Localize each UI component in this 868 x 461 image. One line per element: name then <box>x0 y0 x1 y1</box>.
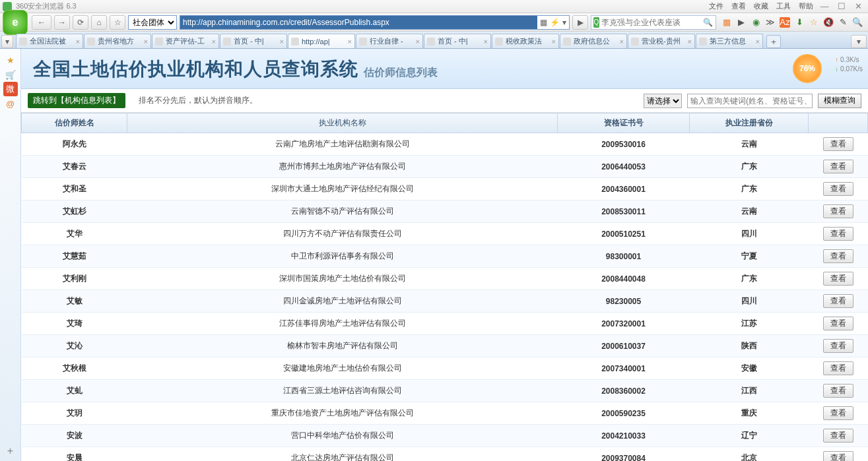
tab-favicon-icon <box>495 38 503 46</box>
url-input[interactable] <box>180 16 537 29</box>
tab-favicon-icon <box>427 38 435 46</box>
tab-label: 全国法院被 <box>30 36 74 46</box>
tab-3[interactable]: 首页 - 中| × <box>220 34 287 48</box>
close-button[interactable]: ✕ <box>851 1 865 11</box>
titlebar: 360安全浏览器 6.3 文件查看收藏工具帮助 — ☐ ✕ <box>0 0 868 13</box>
search-engine-icon[interactable]: Q <box>593 17 599 28</box>
dropdown-icon[interactable]: ▾ <box>562 18 566 27</box>
mute-icon[interactable]: 🔇 <box>823 17 834 28</box>
url-box: ▦ ⚡ ▾ <box>180 15 570 30</box>
tab-close-icon[interactable]: × <box>144 38 148 46</box>
forward-button[interactable]: → <box>54 15 70 30</box>
menu-item-4[interactable]: 帮助 <box>799 2 813 10</box>
tab-8[interactable]: 政府信息公 × <box>560 34 627 48</box>
tab-close-icon[interactable]: × <box>76 38 80 46</box>
category-select[interactable]: 社会团体 <box>128 15 177 30</box>
tab-favicon-icon <box>359 38 367 46</box>
tab-close-icon[interactable]: × <box>688 38 692 46</box>
qr-icon[interactable]: ▦ <box>540 18 547 27</box>
tab-9[interactable]: 营业税-贵州 × <box>628 34 695 48</box>
tab-favicon-icon <box>631 38 639 46</box>
tab-close-icon[interactable]: × <box>212 38 216 46</box>
zoom-icon[interactable]: 🔍 <box>852 17 863 28</box>
search-input[interactable] <box>601 18 700 27</box>
menu-item-3[interactable]: 工具 <box>776 2 791 10</box>
tab-5[interactable]: 行业自律 - × <box>356 34 423 48</box>
tab-label: 首页 - 中| <box>438 36 482 46</box>
tab-label: 税收政策法 <box>506 36 550 46</box>
tab-close-icon[interactable]: × <box>756 38 760 46</box>
play-icon[interactable]: ▶ <box>736 17 747 28</box>
tab-1[interactable]: 贵州省地方 × <box>84 34 151 48</box>
az-icon[interactable]: Aᴢ <box>780 17 790 28</box>
menu-item-0[interactable]: 文件 <box>709 2 723 10</box>
menu-bar: 文件查看收藏工具帮助 <box>705 1 817 11</box>
tab-favicon-icon <box>155 38 163 46</box>
tab-label: 首页 - 中| <box>234 36 278 46</box>
tab-close-icon[interactable]: × <box>416 38 420 46</box>
tab-close-icon[interactable]: × <box>552 38 556 46</box>
tab-favicon-icon <box>291 38 299 46</box>
grid-icon[interactable]: ▦ <box>721 17 732 28</box>
tab-label: 行业自律 - <box>370 36 414 46</box>
tab-list-button[interactable]: ▾ <box>851 35 867 48</box>
navbar: e ← → ⟳ ⌂ ☆ 社会团体 ▦ ⚡ ▾ ▶ Q 🔍 ▦▶◉≫Aᴢ⬇☆🔇✎🔍 <box>0 13 868 32</box>
url-tools: ▦ ⚡ ▾ <box>537 18 569 27</box>
tab-label: 营业税-贵州 <box>642 36 686 46</box>
tab-4[interactable]: http://ap| × <box>288 34 355 48</box>
tab-label: http://ap| <box>302 38 346 46</box>
tab-10[interactable]: 第三方信息 × <box>696 34 763 48</box>
tab-menu-button[interactable]: ▾ <box>1 35 13 48</box>
home-button[interactable]: ⌂ <box>91 15 107 30</box>
tab-strip: ▾ 全国法院被 × 贵州省地方 × 资产评估-工 × 首页 - 中| × htt… <box>0 32 868 49</box>
tab-label: 贵州省地方 <box>98 36 142 46</box>
tab-2[interactable]: 资产评估-工 × <box>152 34 219 48</box>
tab-6[interactable]: 首页 - 中| × <box>424 34 491 48</box>
toolbar-icons: ▦▶◉≫Aᴢ⬇☆🔇✎🔍 <box>719 17 865 28</box>
search-box: Q 🔍 <box>591 15 716 30</box>
chevron-icon[interactable]: ≫ <box>765 17 776 28</box>
minimize-button[interactable]: — <box>817 1 832 11</box>
tab-close-icon[interactable]: × <box>620 38 624 46</box>
tab-close-icon[interactable]: × <box>348 38 352 46</box>
tab-close-icon[interactable]: × <box>280 38 284 46</box>
maximize-button[interactable]: ☐ <box>834 1 849 11</box>
download-icon[interactable]: ⬇ <box>794 17 805 28</box>
tab-favicon-icon <box>223 38 231 46</box>
reload-button[interactable]: ⟳ <box>73 15 88 30</box>
star-icon[interactable]: ☆ <box>809 17 819 28</box>
tab-0[interactable]: 全国法院被 × <box>16 34 83 48</box>
tab-label: 第三方信息 <box>710 36 754 46</box>
tab-7[interactable]: 税收政策法 × <box>492 34 559 48</box>
back-button[interactable]: ← <box>32 15 51 30</box>
globe-icon[interactable]: ◉ <box>751 17 761 28</box>
flash-icon[interactable]: ⚡ <box>550 18 560 27</box>
browser-logo-icon[interactable]: e <box>3 10 28 35</box>
tab-favicon-icon <box>19 38 27 46</box>
tab-favicon-icon <box>699 38 707 46</box>
window-buttons: — ☐ ✕ <box>817 1 865 11</box>
tab-favicon-icon <box>87 38 95 46</box>
favorite-button[interactable]: ☆ <box>110 15 125 30</box>
go-button[interactable]: ▶ <box>572 15 588 30</box>
tab-close-icon[interactable]: × <box>484 38 488 46</box>
tab-favicon-icon <box>563 38 571 46</box>
menu-item-2[interactable]: 收藏 <box>754 2 768 10</box>
search-go-icon[interactable]: 🔍 <box>700 18 716 27</box>
tab-label: 政府信息公 <box>574 36 618 46</box>
tab-label: 资产评估-工 <box>166 36 210 46</box>
menu-item-1[interactable]: 查看 <box>731 2 746 10</box>
app-title: 360安全浏览器 6.3 <box>16 1 705 11</box>
note-icon[interactable]: ✎ <box>838 17 848 28</box>
new-tab-button[interactable]: + <box>766 35 781 48</box>
